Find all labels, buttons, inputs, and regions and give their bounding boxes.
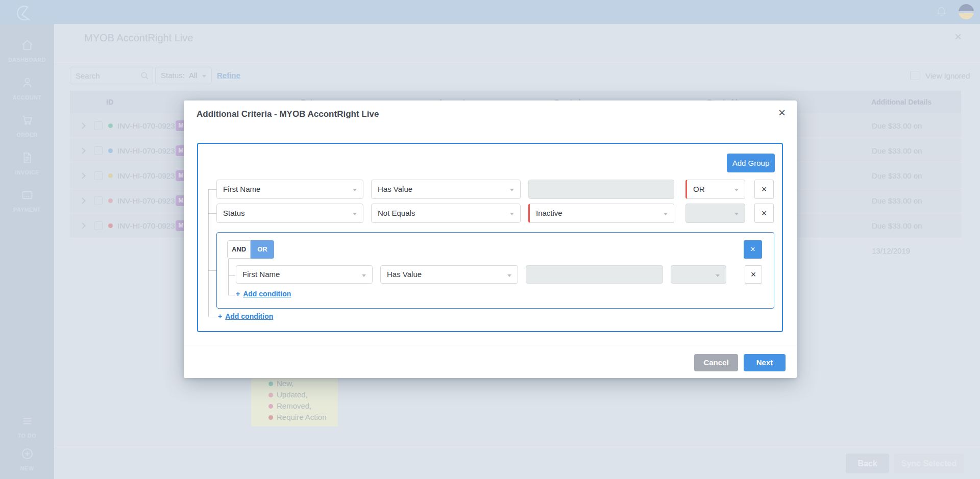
sidebar-item-todo[interactable]: TO DO (0, 414, 54, 439)
field-dropdown[interactable]: First Name (216, 180, 363, 199)
card-icon (20, 188, 34, 202)
operator-dropdown[interactable]: Has Value (371, 180, 521, 199)
brand-logo-icon[interactable] (12, 2, 33, 22)
row-checkbox[interactable] (94, 221, 103, 230)
sidebar-item-order[interactable]: ORDER (0, 113, 54, 138)
legend-dot (268, 404, 273, 409)
sidebar: DASHBOARD ACCOUNT ORDER INVOICE PAYMENT … (0, 24, 54, 479)
logic-dropdown-disabled (671, 265, 726, 284)
additional-criteria-modal: Additional Criteria - MYOB AccontRight L… (184, 100, 797, 378)
row-id: INV-HI-070-0923 (117, 113, 175, 138)
topbar (0, 0, 980, 24)
footer-divider (54, 446, 980, 446)
and-toggle-button[interactable]: AND (227, 240, 251, 259)
plus-icon: + (218, 312, 222, 320)
modal-close-icon[interactable]: × (778, 106, 786, 120)
status-dot (108, 173, 113, 178)
sidebar-item-label: ORDER (0, 132, 54, 138)
sync-selected-button[interactable]: Sync Selected (894, 453, 964, 473)
value-dropdown[interactable]: Inactive (528, 204, 674, 223)
sidebar-item-label: NEW (0, 465, 54, 471)
sidebar-item-label: PAYMENT (0, 207, 54, 213)
status-dot (108, 148, 113, 153)
add-condition-label: Add condition (225, 312, 273, 320)
expand-chevron-icon[interactable] (79, 197, 86, 204)
refine-link[interactable]: Refine (217, 71, 240, 80)
sidebar-item-account[interactable]: ACCOUNT (0, 76, 54, 100)
add-condition-label: Add condition (243, 290, 291, 298)
column-header-additional-details: Additional Details (871, 98, 932, 106)
plus-circle-icon (20, 447, 34, 461)
field-dropdown[interactable]: First Name (236, 265, 373, 284)
operator-dropdown[interactable]: Has Value (380, 265, 518, 284)
legend-label: New, (277, 379, 293, 388)
row-id: INV-HI-070-0923 (117, 138, 175, 163)
cart-icon (20, 113, 34, 127)
cancel-button[interactable]: Cancel (694, 354, 738, 371)
window-close-icon[interactable]: × (954, 30, 962, 44)
row-checkbox[interactable] (94, 146, 103, 155)
expand-chevron-icon[interactable] (79, 147, 86, 154)
sidebar-item-label: ACCOUNT (0, 94, 54, 100)
search-input-wrapper (70, 67, 153, 84)
row-checkbox[interactable] (94, 196, 103, 205)
sidebar-item-dashboard[interactable]: DASHBOARD (0, 38, 54, 63)
status-filter-label: Status: (161, 67, 185, 84)
operator-dropdown[interactable]: Not Equals (371, 204, 521, 223)
value-input-disabled (528, 180, 674, 199)
status-filter-dropdown[interactable]: Status: All (155, 67, 212, 84)
legend-dot (268, 393, 273, 397)
header-divider (54, 62, 980, 63)
add-condition-link[interactable]: +Add condition (236, 290, 291, 298)
logic-dropdown-disabled (685, 204, 745, 223)
and-or-toggle: AND OR (227, 240, 274, 259)
list-icon (20, 414, 34, 428)
sidebar-item-label: TO DO (0, 433, 54, 439)
legend-item: Updated, (251, 389, 338, 400)
user-icon (20, 76, 34, 90)
expand-chevron-icon[interactable] (79, 172, 86, 179)
back-button[interactable]: Back (846, 453, 889, 473)
add-group-button[interactable]: Add Group (727, 154, 775, 172)
status-dot (108, 223, 113, 228)
add-condition-link[interactable]: +Add condition (218, 312, 273, 320)
or-toggle-button[interactable]: OR (251, 240, 274, 259)
row-checkbox[interactable] (94, 171, 103, 180)
user-avatar[interactable] (959, 4, 974, 19)
logic-dropdown[interactable]: OR (685, 180, 745, 199)
plus-icon: + (236, 290, 240, 298)
field-dropdown[interactable]: Status (216, 204, 363, 223)
row-checkbox[interactable] (94, 121, 103, 130)
row-id: INV-HI-070-0923 (117, 213, 175, 238)
status-filter-value: All (189, 67, 198, 84)
next-button[interactable]: Next (744, 354, 786, 371)
criteria-group: Add Group First Name Has Value OR × Stat… (197, 143, 783, 332)
legend-dot (268, 415, 273, 420)
status-dot (108, 198, 113, 203)
status-legend: New, Updated, Removed, Require Action (251, 376, 338, 426)
expand-chevron-icon[interactable] (79, 122, 86, 129)
remove-condition-button[interactable]: × (754, 204, 774, 223)
legend-item: New, (251, 378, 338, 389)
view-ignored-label: View Ignored (925, 71, 970, 80)
sidebar-item-label: DASHBOARD (0, 57, 54, 63)
home-icon (20, 38, 34, 52)
remove-condition-button[interactable]: × (745, 265, 762, 284)
status-dot (108, 123, 113, 128)
sidebar-item-label: INVOICE (0, 169, 54, 175)
row-additional-details: Due $33.00 on 13/12/2019 (872, 213, 961, 263)
remove-condition-button[interactable]: × (754, 180, 774, 199)
row-id: INV-HI-070-0923 (117, 163, 175, 188)
legend-label: Require Action (277, 413, 327, 421)
invoice-icon (20, 151, 34, 165)
row-id: INV-HI-070-0923 (117, 188, 175, 213)
legend-item: Removed, (251, 400, 338, 412)
sidebar-item-new[interactable]: NEW (0, 447, 54, 471)
sidebar-item-invoice[interactable]: INVOICE (0, 151, 54, 175)
bell-icon[interactable] (935, 6, 948, 18)
view-ignored-checkbox[interactable] (910, 71, 919, 80)
remove-group-button[interactable]: × (744, 240, 762, 259)
expand-chevron-icon[interactable] (79, 222, 86, 229)
sidebar-item-payment[interactable]: PAYMENT (0, 188, 54, 213)
legend-dot (268, 382, 273, 386)
